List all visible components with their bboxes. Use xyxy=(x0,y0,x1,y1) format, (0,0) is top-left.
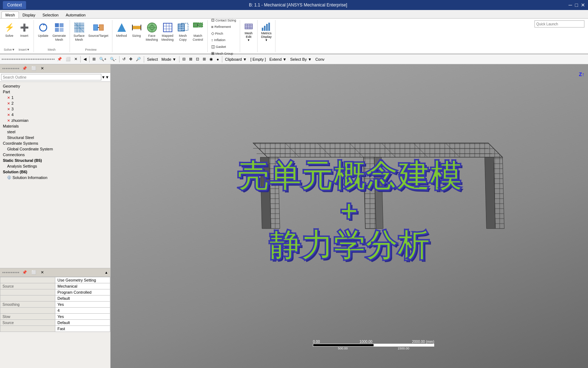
tree-item-analysis-settings[interactable]: Analysis Settings xyxy=(1,163,109,169)
window-controls[interactable]: ─ □ ✕ xyxy=(569,2,585,8)
filter2-button[interactable]: ⊠ xyxy=(188,56,194,62)
empty-label: [ Empty ] xyxy=(249,56,267,62)
tree-item-global-coordinate[interactable]: Global Coordinate System xyxy=(1,146,109,152)
mesh-copy-button[interactable]: MeshCopy xyxy=(176,21,190,43)
mesh-group-button[interactable]: ⊞ Mesh Group xyxy=(210,50,238,56)
props-close[interactable]: ✕ xyxy=(39,269,45,275)
props-dots: ●●●●●●●●●● xyxy=(2,271,19,274)
refinement-icon: ≡ xyxy=(211,25,213,29)
tree-item-structural-steel[interactable]: Structural Steel xyxy=(1,135,109,140)
inflation-button[interactable]: ↑ Inflation xyxy=(210,37,238,43)
update-button[interactable]: Update xyxy=(36,21,50,39)
filter1-button[interactable]: ⊟ xyxy=(181,56,187,62)
minimize-icon[interactable]: ─ xyxy=(569,2,572,8)
outline-pin[interactable]: 📌 xyxy=(21,65,29,71)
prop-value-4[interactable]: 4 xyxy=(55,308,110,314)
tree-item-solution-info[interactable]: 🛈 Solution Information xyxy=(1,175,109,180)
scale-0: 0.00 xyxy=(313,340,320,344)
tree-item-3[interactable]: ✕ 3 xyxy=(1,106,109,112)
viewport[interactable]: 壳单元概念建模+ 静力学分析 0.00 1000.00 2000.00 (mm)… xyxy=(111,64,588,368)
search-arrow[interactable]: ▼ xyxy=(101,75,105,79)
filter5-button[interactable]: ◉ xyxy=(208,56,214,62)
metrics-label: MetricsDisplay xyxy=(261,31,272,39)
undock-button[interactable]: ⬜ xyxy=(64,56,72,62)
tree-item-static-structural[interactable]: Static Structural (B5) xyxy=(1,158,109,163)
tree-item-materials[interactable]: Materials xyxy=(1,123,109,129)
zoom-out-button[interactable]: 🔍- xyxy=(108,56,118,62)
props-pin[interactable]: 📌 xyxy=(21,269,29,275)
prop-value-use-geometry[interactable]: Use Geometry Setting xyxy=(55,277,110,283)
select-by-button[interactable]: Select By ▼ xyxy=(289,56,313,62)
match-control-button[interactable]: MatchControl xyxy=(191,21,205,43)
tab-automation[interactable]: Automation xyxy=(62,12,89,18)
prop-value-fast[interactable]: Fast xyxy=(55,326,110,332)
filter3-button[interactable]: ⊡ xyxy=(194,56,201,62)
search-outline-input[interactable] xyxy=(1,74,101,80)
props-undock[interactable]: ⬜ xyxy=(30,269,38,275)
sizing-button[interactable]: Sizing xyxy=(130,21,144,39)
materials-label: Materials xyxy=(3,124,19,128)
mode-button[interactable]: Mode ▼ xyxy=(160,56,177,62)
tab-selection[interactable]: Selection xyxy=(39,12,62,18)
tree-item-solution[interactable]: Solution (B6) xyxy=(1,169,109,175)
tree-item-coordinate-systems[interactable]: Coordinate Systems xyxy=(1,140,109,146)
tree-item-part[interactable]: Part xyxy=(1,89,109,95)
prop-value-default2[interactable]: Default xyxy=(55,320,110,326)
insert-button[interactable]: ➕ Insert xyxy=(17,21,31,39)
close-icon[interactable]: ✕ xyxy=(581,2,585,8)
maximize-icon[interactable]: □ xyxy=(575,2,578,8)
outline-close[interactable]: ✕ xyxy=(39,65,45,71)
insert-label: Insert xyxy=(20,34,29,38)
search-options[interactable]: ▼ xyxy=(105,75,109,79)
prop-value-default[interactable]: Default xyxy=(55,295,110,302)
select-button[interactable]: Select xyxy=(146,56,159,62)
prop-value-mechanical[interactable]: Mechanical xyxy=(55,283,110,289)
conv-button[interactable]: Conv xyxy=(314,56,326,62)
prop-value-program[interactable]: Program Controlled xyxy=(55,289,110,295)
tree-item-1[interactable]: ✕ 1 xyxy=(1,95,109,100)
prop-value-yes1[interactable]: Yes xyxy=(55,302,110,308)
back-button[interactable]: ◀ xyxy=(82,56,88,62)
scroll-up[interactable]: ▲ xyxy=(105,270,108,274)
tree-item-steel[interactable]: steel xyxy=(1,129,109,135)
refinement-button[interactable]: ≡ Refinement xyxy=(210,24,238,30)
pan-button[interactable]: ✥ xyxy=(128,56,134,62)
solve-button[interactable]: ⚡ Solve xyxy=(2,21,16,39)
method-button[interactable]: Method xyxy=(115,21,129,39)
inflation-icon: ↑ xyxy=(211,38,213,42)
gasket-button[interactable]: ◫ Gasket xyxy=(210,44,238,50)
tree-item-2[interactable]: ✕ 2 xyxy=(1,100,109,106)
mapped-meshing-button[interactable]: MappedMeshing xyxy=(160,21,175,43)
tab-mesh[interactable]: Mesh xyxy=(1,11,19,18)
filter4-button[interactable]: ⊞ xyxy=(201,56,207,62)
close-panel-button[interactable]: ✕ xyxy=(73,56,79,62)
quick-launch-input[interactable] xyxy=(534,20,584,28)
mesh-edit-button[interactable]: MeshEdit ▼ xyxy=(242,21,255,43)
clipboard-button[interactable]: Clipboard ▼ xyxy=(224,56,248,62)
tab-display[interactable]: Display xyxy=(19,12,39,18)
rotate-button[interactable]: ↺ xyxy=(121,56,127,62)
tree-item-connections[interactable]: Connections xyxy=(1,152,109,158)
filter6-button[interactable]: ● xyxy=(215,56,220,62)
generate-button[interactable]: GenerateMesh xyxy=(51,21,67,43)
zoom-button[interactable]: 🔎 xyxy=(135,56,142,62)
tree-item-4[interactable]: ✕ 4 xyxy=(1,112,109,118)
pinch-button[interactable]: ◇ Pinch xyxy=(210,30,238,36)
outline-undock[interactable]: ⬜ xyxy=(30,65,38,71)
ribbon-group-controls: ⊡ Contact Sizing ≡ Refinement ◇ Pinch ↑ … xyxy=(208,20,240,52)
metrics-display-button[interactable]: MetricsDisplay ▼ xyxy=(260,21,273,43)
source-target-button[interactable]: Source/Target xyxy=(87,21,110,39)
prop-label-empty4 xyxy=(0,308,55,314)
zoom-fit-button[interactable]: ⊞ xyxy=(91,56,97,62)
extend-button[interactable]: Extend ▼ xyxy=(268,56,288,62)
face-meshing-button[interactable]: FaceMeshing xyxy=(145,21,159,43)
pin-button[interactable]: 📌 xyxy=(56,56,64,62)
contact-sizing-button[interactable]: ⊡ Contact Sizing xyxy=(210,17,238,23)
prop-value-yes2[interactable]: Yes xyxy=(55,314,110,320)
surface-mesh-button[interactable]: SurfaceMesh xyxy=(72,21,86,43)
solve-icon: ⚡ xyxy=(4,22,15,33)
context-tab[interactable]: Context xyxy=(3,1,26,9)
tree-item-geometry[interactable]: Geometry xyxy=(1,83,109,89)
zoom-in-button[interactable]: 🔍+ xyxy=(98,56,108,62)
tree-item-zhuomian[interactable]: ✕ zhuomian xyxy=(1,118,109,123)
